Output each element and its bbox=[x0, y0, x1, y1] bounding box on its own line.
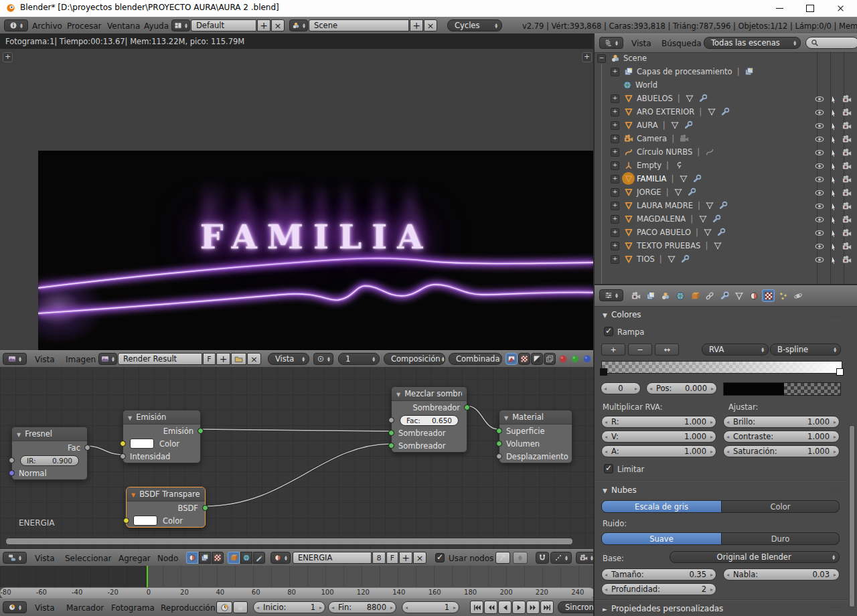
selectability-toggle[interactable] bbox=[828, 228, 838, 238]
visibility-toggle[interactable] bbox=[814, 254, 824, 264]
menu-ayuda[interactable]: Ayuda bbox=[144, 17, 169, 34]
menu-archivo[interactable]: Archivo bbox=[32, 17, 62, 34]
display-rgb-toggle[interactable] bbox=[505, 353, 518, 365]
menu-busqueda[interactable]: Búsqueda bbox=[661, 34, 702, 52]
outliner-item-world[interactable]: World bbox=[595, 78, 857, 92]
properties-tab-scene[interactable] bbox=[659, 289, 672, 302]
renderability-toggle[interactable] bbox=[842, 161, 852, 171]
vertical-scrollbar[interactable] bbox=[849, 425, 855, 607]
node-header[interactable]: Emisión bbox=[123, 410, 200, 425]
expand-toggle[interactable]: + bbox=[611, 161, 619, 170]
add-stop-button[interactable]: + bbox=[601, 343, 625, 356]
outliner-item-scene[interactable]: −Scene bbox=[595, 52, 857, 65]
editor-type-button[interactable] bbox=[599, 37, 623, 49]
editor-type-button[interactable] bbox=[599, 289, 623, 301]
menu-nodo[interactable]: Nodo bbox=[157, 550, 178, 566]
properties-tab-render-layers[interactable] bbox=[644, 289, 657, 302]
rampa-checkbox[interactable] bbox=[604, 327, 613, 336]
renderability-toggle[interactable] bbox=[842, 228, 852, 238]
menu-agregar[interactable]: Agregar bbox=[119, 550, 151, 566]
new-material-button[interactable] bbox=[399, 552, 412, 564]
visibility-toggle[interactable] bbox=[814, 201, 824, 211]
selectability-toggle[interactable] bbox=[828, 147, 838, 157]
render-slot-select[interactable]: 1 bbox=[338, 353, 380, 365]
next-keyframe-button[interactable] bbox=[526, 601, 540, 614]
node-field-ir-[interactable]: IR:0.900 bbox=[20, 455, 79, 466]
input-socket[interactable] bbox=[120, 453, 126, 459]
renderability-toggle[interactable] bbox=[842, 254, 852, 264]
timeline-band[interactable] bbox=[0, 566, 595, 587]
selectability-toggle[interactable] bbox=[828, 94, 838, 104]
snap-toggle[interactable] bbox=[536, 552, 549, 564]
expand-toggle[interactable]: + bbox=[611, 148, 619, 157]
maximize-button[interactable] bbox=[795, 0, 825, 17]
outliner-scope-select[interactable]: Todas las escenas bbox=[704, 37, 801, 49]
menu-vista[interactable]: Vista bbox=[631, 34, 651, 52]
panel-colores-header[interactable]: Colores bbox=[603, 310, 641, 319]
jump-to-end-button[interactable] bbox=[540, 601, 554, 614]
image-editor-view[interactable]: FAMILIA FAMILIA + + bbox=[0, 49, 595, 350]
expand-toggle[interactable]: + bbox=[611, 175, 619, 183]
input-socket[interactable] bbox=[496, 453, 502, 459]
delete-layout-button[interactable] bbox=[271, 19, 285, 31]
panel-drag-dots[interactable]: :::: bbox=[830, 311, 841, 318]
node-material[interactable]: MaterialSuperficieVolumenDesplazamiento bbox=[499, 410, 572, 463]
color-toggle[interactable]: Color bbox=[722, 500, 840, 513]
editor-type-button[interactable] bbox=[4, 19, 28, 31]
panel-nubes-header[interactable]: Nubes bbox=[603, 485, 637, 495]
menu-marcador[interactable]: Marcador bbox=[66, 599, 104, 616]
unlink-material-button[interactable] bbox=[413, 552, 426, 564]
menu-reproduccion[interactable]: Reproducción bbox=[161, 599, 216, 616]
material-name-field[interactable]: ENERGIA bbox=[293, 552, 372, 564]
fake-user-button[interactable]: F bbox=[203, 353, 216, 365]
node-header[interactable]: BSDF Transparen bbox=[127, 487, 205, 502]
limitar-checkbox[interactable] bbox=[604, 464, 613, 473]
start-frame-field[interactable]: Inicio:1 bbox=[253, 601, 325, 613]
outliner-item-texto-pruebas[interactable]: +TEXTO PRUEBAS| bbox=[595, 239, 857, 252]
field-saturacion[interactable]: Saturación:1.000 bbox=[723, 445, 840, 457]
expand-toggle[interactable]: + bbox=[611, 202, 619, 210]
visibility-toggle[interactable] bbox=[814, 107, 824, 117]
expand-toggle[interactable]: + bbox=[611, 121, 619, 130]
outliner-item-familia[interactable]: +FAMILIA| bbox=[595, 172, 857, 185]
menu-ventana[interactable]: Ventana bbox=[107, 17, 140, 34]
screen-layout-browse-button[interactable] bbox=[171, 19, 190, 31]
renderability-toggle[interactable] bbox=[842, 94, 852, 104]
object-shader-toggle[interactable] bbox=[228, 552, 240, 564]
use-nodes-checkbox[interactable] bbox=[435, 553, 445, 562]
visibility-toggle[interactable] bbox=[814, 241, 824, 251]
properties-tab-particles[interactable] bbox=[777, 289, 789, 302]
scene-name-field[interactable]: Scene bbox=[309, 19, 409, 31]
selectability-toggle[interactable] bbox=[828, 254, 838, 264]
tamano-field[interactable]: Tamaño:0.35 bbox=[601, 568, 716, 581]
node-emisi-n[interactable]: EmisiónEmisiónColorIntensidad bbox=[123, 410, 201, 463]
outliner-item-paco-abuelo[interactable]: +PACO ABUELO| bbox=[595, 226, 857, 239]
outliner-item-empty[interactable]: +Empty| bbox=[595, 159, 857, 172]
visibility-toggle[interactable] bbox=[814, 94, 824, 104]
interpolation-select[interactable]: B-spline bbox=[770, 343, 841, 356]
stop-position-field[interactable]: Pos:0.000 bbox=[646, 382, 717, 394]
renderability-toggle[interactable] bbox=[842, 241, 852, 251]
previous-keyframe-button[interactable] bbox=[484, 601, 497, 614]
expand-toggle[interactable]: + bbox=[611, 135, 619, 143]
expand-toggle[interactable]: + bbox=[611, 255, 619, 264]
visibility-toggle[interactable] bbox=[814, 174, 824, 184]
world-shader-toggle[interactable] bbox=[240, 552, 252, 564]
menu-seleccionar[interactable]: Seleccionar bbox=[65, 550, 111, 566]
stop-color-swatch[interactable] bbox=[723, 382, 841, 396]
profundidad-field[interactable]: Profundidad:2 bbox=[601, 583, 716, 595]
pin-button[interactable] bbox=[495, 552, 510, 564]
panel-drag-dots[interactable]: :::: bbox=[830, 605, 841, 612]
output-socket[interactable] bbox=[202, 505, 208, 511]
editor-type-button[interactable] bbox=[3, 353, 27, 365]
fake-user-button[interactable]: F bbox=[386, 552, 398, 564]
material-users-button[interactable]: 8 bbox=[372, 552, 386, 564]
outliner-item-aro-exterior[interactable]: +ARO EXTERIOR| bbox=[595, 105, 857, 119]
visibility-toggle[interactable] bbox=[814, 147, 824, 157]
selectability-toggle[interactable] bbox=[828, 241, 838, 251]
expand-toggle[interactable]: + bbox=[611, 242, 619, 250]
outliner-item-c-rculo-nurbs[interactable]: +Círculo NURBS| bbox=[595, 145, 857, 159]
scene-browse-button[interactable] bbox=[289, 19, 308, 31]
selectability-toggle[interactable] bbox=[828, 214, 838, 224]
ramp-stop-black[interactable] bbox=[600, 368, 607, 376]
